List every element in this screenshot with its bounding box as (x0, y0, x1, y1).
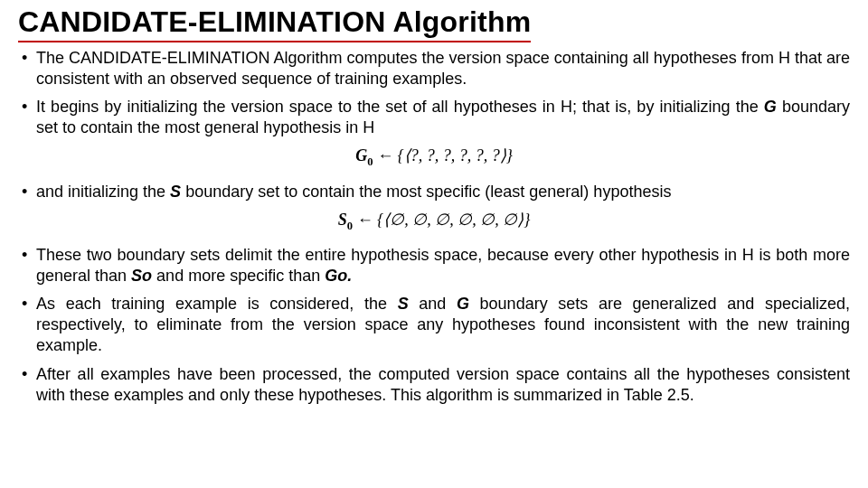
bullet-2-g: G (764, 98, 777, 116)
bullet-1-text: The CANDIDATE-ELIMINATION Algorithm comp… (36, 49, 850, 88)
bullet-3-text-a: and initializing the (36, 183, 170, 201)
bullet-list: The CANDIDATE-ELIMINATION Algorithm comp… (18, 48, 850, 479)
bullet-5: As each training example is considered, … (18, 294, 850, 356)
formula-g0-arrow: ← (373, 146, 397, 164)
formula-g0: G0 ← {⟨?, ?, ?, ?, ?, ?⟩} (18, 145, 850, 169)
formula-g0-rhs: {⟨?, ?, ?, ?, ?, ?⟩} (397, 146, 512, 164)
bullet-3-text-b: boundary set to contain the most specifi… (181, 183, 671, 201)
slide: CANDIDATE-ELIMINATION Algorithm The CAND… (0, 0, 868, 488)
slide-title: CANDIDATE-ELIMINATION Algorithm (18, 5, 531, 42)
bullet-5-g: G (457, 295, 469, 313)
bullet-4-go: Go. (325, 267, 352, 285)
bullet-5-s: S (398, 295, 409, 313)
formula-g0-sym: G (355, 146, 367, 164)
formula-s0-rhs: {⟨∅, ∅, ∅, ∅, ∅, ∅⟩} (377, 211, 530, 229)
bullet-4-text-b: and more specific than (152, 267, 325, 285)
bullet-5-text-a: As each training example is considered, … (36, 295, 398, 313)
bullet-3: and initializing the S boundary set to c… (18, 182, 850, 202)
formula-s0-sym: S (338, 211, 347, 229)
bullet-2: It begins by initializing the version sp… (18, 97, 850, 138)
formula-s0-arrow: ← (353, 211, 377, 229)
formula-s0: S0 ← {⟨∅, ∅, ∅, ∅, ∅, ∅⟩} (18, 210, 850, 233)
bullet-4: These two boundary sets delimit the enti… (18, 245, 850, 286)
bullet-6: After all examples have been processed, … (18, 364, 850, 406)
bullet-2-text-a: It begins by initializing the version sp… (36, 98, 764, 116)
bullet-6-text: After all examples have been processed, … (36, 365, 850, 404)
bullet-5-text-b: and (409, 295, 457, 313)
bullet-3-s: S (170, 183, 181, 201)
bullet-1: The CANDIDATE-ELIMINATION Algorithm comp… (18, 48, 850, 89)
bullet-4-so: So (131, 267, 152, 285)
